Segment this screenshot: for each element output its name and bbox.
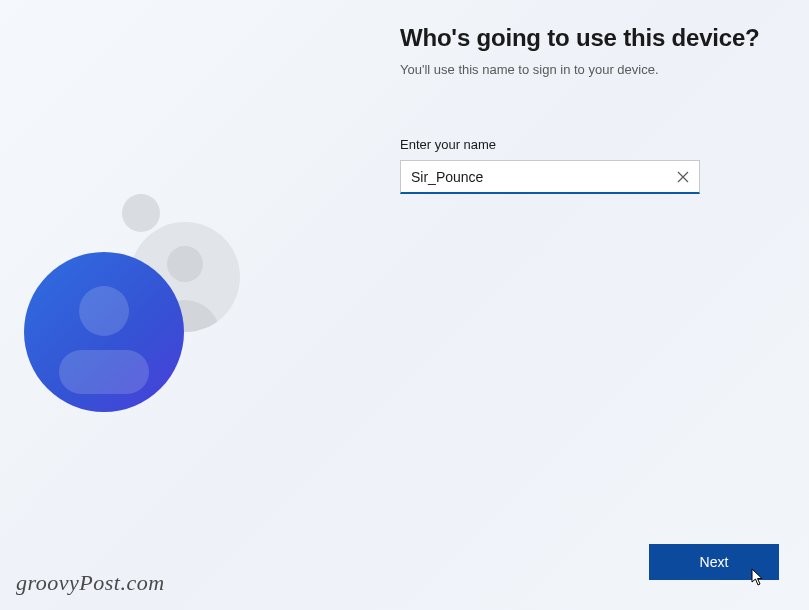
page-title: Who's going to use this device? (400, 24, 779, 52)
name-field-label: Enter your name (400, 137, 779, 152)
name-input-wrapper (400, 160, 700, 194)
name-input[interactable] (400, 160, 700, 194)
close-icon (677, 171, 689, 183)
watermark-text: groovyPost.com (16, 570, 165, 596)
setup-form: Who's going to use this device? You'll u… (400, 24, 779, 194)
user-illustration (20, 190, 250, 420)
clear-input-button[interactable] (672, 166, 694, 188)
decorative-circle-small (122, 194, 160, 232)
page-subtitle: You'll use this name to sign in to your … (400, 62, 779, 77)
person-icon-blue (24, 252, 184, 412)
next-button[interactable]: Next (649, 544, 779, 580)
